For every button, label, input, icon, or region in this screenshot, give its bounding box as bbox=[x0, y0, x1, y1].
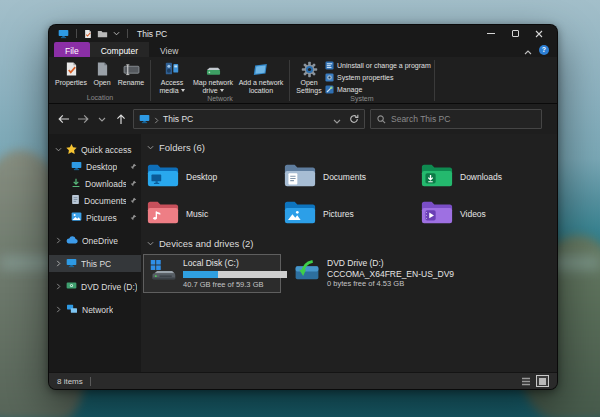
view-large-icons-button[interactable] bbox=[536, 375, 549, 387]
search-input[interactable] bbox=[391, 114, 535, 124]
capacity-fill bbox=[183, 271, 218, 278]
address-dropdown-icon[interactable] bbox=[333, 110, 341, 128]
open-button[interactable]: Open bbox=[89, 58, 115, 94]
view-details-button[interactable] bbox=[519, 375, 532, 387]
close-button[interactable] bbox=[527, 26, 551, 41]
access-media-button[interactable]: Access media bbox=[154, 58, 190, 95]
rename-icon bbox=[123, 60, 140, 78]
system-properties-button[interactable]: System properties bbox=[325, 72, 431, 82]
open-icon bbox=[96, 60, 109, 78]
maximize-icon bbox=[512, 30, 519, 37]
tab-computer[interactable]: Computer bbox=[90, 42, 149, 57]
section-header-devices[interactable]: Devices and drives (2) bbox=[143, 236, 553, 254]
breadcrumb-this-pc[interactable]: This PC bbox=[163, 114, 193, 124]
search-box[interactable] bbox=[370, 109, 542, 129]
quick-access-properties-icon[interactable] bbox=[84, 29, 92, 39]
folder-tile-downloads[interactable]: Downloads bbox=[417, 158, 554, 195]
drive-capacity-text: 40.7 GB free of 59.3 GB bbox=[183, 280, 287, 290]
folder-pictures-icon bbox=[284, 200, 316, 227]
titlebar[interactable]: This PC bbox=[49, 25, 557, 42]
ribbon-collapse-icon[interactable] bbox=[524, 41, 532, 59]
drive-volume-label: CCCOMA_X64FRE_EN-US_DV9 bbox=[327, 269, 454, 280]
minimize-button[interactable] bbox=[479, 26, 503, 41]
rename-button[interactable]: Rename bbox=[115, 58, 147, 94]
chevron-right-icon[interactable] bbox=[54, 237, 62, 244]
titlebar-divider bbox=[127, 29, 128, 38]
forward-button[interactable] bbox=[76, 114, 90, 124]
status-divider bbox=[90, 377, 91, 386]
close-icon bbox=[535, 30, 543, 38]
sidebar-item-network[interactable]: Network bbox=[49, 301, 141, 318]
tab-file[interactable]: File bbox=[54, 42, 90, 57]
sidebar-item-quick-access[interactable]: Quick access bbox=[49, 141, 141, 158]
map-network-drive-button[interactable]: Map network drive bbox=[190, 58, 236, 95]
tab-view[interactable]: View bbox=[149, 42, 189, 57]
location-monitor-icon bbox=[139, 110, 150, 128]
window-controls bbox=[479, 26, 551, 41]
monitor-icon bbox=[71, 161, 82, 173]
chevron-right-icon[interactable] bbox=[54, 306, 62, 313]
uninstall-program-button[interactable]: Uninstall or change a program bbox=[325, 60, 431, 70]
sidebar-item-downloads[interactable]: Downloads bbox=[49, 175, 141, 192]
folders-grid: Desktop Documents Downloads bbox=[143, 158, 553, 232]
address-bar[interactable]: This PC bbox=[133, 109, 365, 129]
sidebar-item-desktop[interactable]: Desktop bbox=[49, 158, 141, 175]
folder-tile-pictures[interactable]: Pictures bbox=[280, 195, 417, 232]
maximize-button[interactable] bbox=[503, 26, 527, 41]
folder-desktop-icon bbox=[147, 163, 179, 190]
sidebar-item-dvd-drive[interactable]: DVD Drive (D:) CCCO bbox=[49, 278, 141, 295]
status-item-count: 8 items bbox=[57, 377, 83, 386]
uninstall-icon bbox=[325, 61, 334, 70]
drives-row: Local Disk (C:) 40.7 GB free of 59.3 GB … bbox=[143, 254, 553, 293]
folder-tile-desktop[interactable]: Desktop bbox=[143, 158, 280, 195]
chevron-down-icon[interactable] bbox=[54, 147, 62, 152]
ribbon-divider bbox=[289, 60, 290, 101]
folder-tile-music[interactable]: Music bbox=[143, 195, 280, 232]
chevron-right-icon[interactable] bbox=[54, 283, 62, 290]
picture-icon bbox=[71, 212, 82, 223]
folder-tile-documents[interactable]: Documents bbox=[280, 158, 417, 195]
group-label-network: Network bbox=[154, 95, 286, 104]
ribbon-group-network: Access media Map network drive Add a net… bbox=[154, 58, 286, 103]
ribbon-divider bbox=[434, 60, 435, 101]
network-icon bbox=[66, 304, 78, 316]
up-button[interactable] bbox=[114, 114, 128, 125]
drive-name: Local Disk (C:) bbox=[183, 258, 287, 269]
sidebar-item-onedrive[interactable]: OneDrive bbox=[49, 232, 141, 249]
open-settings-button[interactable]: Open Settings bbox=[293, 58, 325, 95]
folder-documents-icon bbox=[284, 163, 316, 190]
drive-local-disk[interactable]: Local Disk (C:) 40.7 GB free of 59.3 GB bbox=[143, 254, 281, 293]
drive-capacity-text: 0 bytes free of 4.53 GB bbox=[327, 279, 454, 289]
refresh-icon[interactable] bbox=[349, 110, 359, 128]
properties-icon bbox=[65, 60, 78, 78]
group-label-system: System bbox=[293, 95, 431, 104]
back-button[interactable] bbox=[57, 114, 71, 124]
section-header-folders[interactable]: Folders (6) bbox=[143, 140, 553, 158]
sidebar-item-this-pc[interactable]: This PC bbox=[49, 255, 141, 272]
properties-button[interactable]: Properties bbox=[53, 58, 89, 94]
manage-icon bbox=[325, 85, 334, 94]
group-label-location: Location bbox=[53, 94, 147, 103]
help-icon[interactable]: ? bbox=[539, 45, 549, 55]
recent-locations-dropdown-icon[interactable] bbox=[95, 117, 109, 122]
dropdown-caret-icon bbox=[181, 89, 185, 92]
dvd-icon bbox=[66, 281, 77, 292]
add-network-location-button[interactable]: Add a network location bbox=[236, 58, 286, 95]
pin-icon bbox=[130, 214, 137, 221]
quick-access-dropdown-icon[interactable] bbox=[113, 31, 120, 36]
navigation-bar: This PC bbox=[49, 104, 557, 134]
folder-tile-videos[interactable]: Videos bbox=[417, 195, 554, 232]
capacity-bar bbox=[183, 271, 287, 278]
chevron-right-icon[interactable] bbox=[54, 260, 62, 267]
sidebar-item-documents[interactable]: Documents bbox=[49, 192, 141, 209]
breadcrumb-chevron-icon bbox=[154, 110, 159, 128]
download-arrow-icon bbox=[71, 178, 81, 190]
manage-button[interactable]: Manage bbox=[325, 84, 431, 94]
sidebar-item-pictures[interactable]: Pictures bbox=[49, 209, 141, 226]
pin-icon bbox=[130, 180, 137, 187]
quick-access-folder-icon[interactable] bbox=[97, 30, 108, 38]
dropdown-caret-icon bbox=[220, 89, 224, 92]
window-title: This PC bbox=[137, 29, 167, 39]
status-bar: 8 items bbox=[49, 372, 557, 389]
drive-dvd[interactable]: DVD Drive (D:) CCCOMA_X64FRE_EN-US_DV9 0… bbox=[287, 254, 460, 293]
